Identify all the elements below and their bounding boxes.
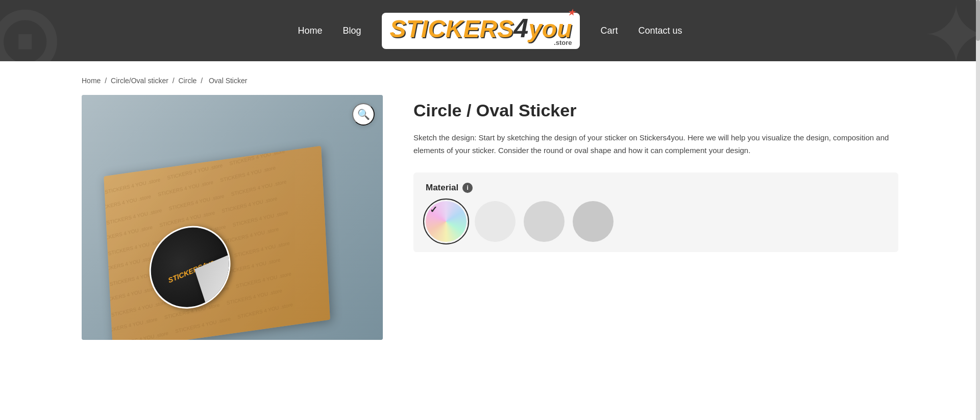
product-details: Circle / Oval Sticker Sketch the design:… xyxy=(413,95,898,252)
product-title: Circle / Oval Sticker xyxy=(413,100,898,121)
material-header: Material i xyxy=(426,183,886,193)
bg-icon-left: ⊙ xyxy=(0,0,62,61)
breadcrumb-circle[interactable]: Circle xyxy=(179,77,197,85)
zoom-button[interactable]: 🔍 xyxy=(352,103,375,126)
logo-four: 4 xyxy=(513,13,528,43)
material-section: Material i ✓ xyxy=(413,172,898,252)
breadcrumb: Home / Circle/Oval sticker / Circle / Ov… xyxy=(82,77,898,85)
product-image-container: STICKERS 4 YOU .store STICKERS 4 YOU .st… xyxy=(82,95,383,340)
material-option-glossy[interactable] xyxy=(573,201,614,242)
product-image: STICKERS 4 YOU .store STICKERS 4 YOU .st… xyxy=(82,95,383,340)
breadcrumb-current: Oval Sticker xyxy=(209,77,247,85)
material-options: ✓ xyxy=(426,201,886,242)
breadcrumb-circle-oval[interactable]: Circle/Oval sticker xyxy=(111,77,168,85)
material-label: Material xyxy=(426,183,458,193)
site-logo[interactable]: ★ STICKERS4you .store xyxy=(382,13,580,49)
logo-you: you xyxy=(528,15,572,42)
material-option-matte[interactable] xyxy=(524,201,565,242)
logo-stickers: STICKERS xyxy=(390,15,514,42)
site-header: ⊙ ✦ Home Blog ★ STICKERS4you .store Cart… xyxy=(0,0,980,61)
logo-spark: ★ xyxy=(568,9,575,17)
product-description: Sketch the design: Start by sketching th… xyxy=(413,131,898,157)
material-info-icon[interactable]: i xyxy=(462,183,473,193)
bg-icon-right: ✦ xyxy=(922,0,980,61)
material-option-holographic[interactable]: ✓ xyxy=(426,201,467,242)
nav-blog[interactable]: Blog xyxy=(342,26,361,36)
main-nav: Home Blog ★ STICKERS4you .store Cart Con… xyxy=(298,13,682,49)
main-content: STICKERS 4 YOU .store STICKERS 4 YOU .st… xyxy=(0,90,980,360)
nav-contact[interactable]: Contact us xyxy=(638,26,682,36)
scrollbar-thumb[interactable] xyxy=(976,0,980,41)
selected-checkmark: ✓ xyxy=(430,204,437,215)
scrollbar[interactable] xyxy=(976,0,980,360)
box-mockup: STICKERS 4 YOU .store STICKERS 4 YOU .st… xyxy=(104,146,330,340)
nav-cart[interactable]: Cart xyxy=(600,26,618,36)
breadcrumb-section: Home / Circle/Oval sticker / Circle / Ov… xyxy=(0,61,980,90)
nav-home[interactable]: Home xyxy=(298,26,322,36)
material-option-white[interactable] xyxy=(475,201,516,242)
zoom-icon: 🔍 xyxy=(357,108,370,120)
breadcrumb-home[interactable]: Home xyxy=(82,77,101,85)
